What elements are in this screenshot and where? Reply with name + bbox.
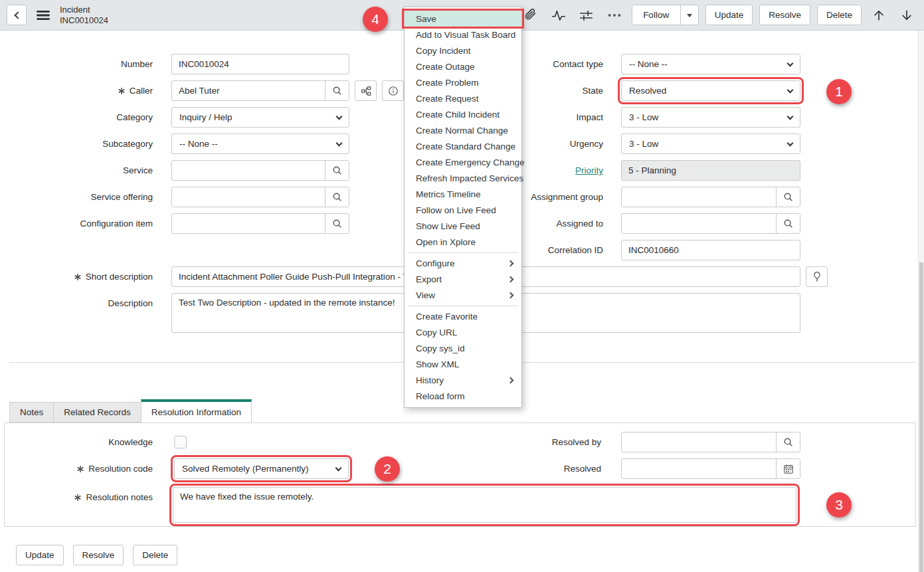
caret-down-icon: [687, 14, 692, 20]
menu-item-export[interactable]: Export: [405, 271, 521, 287]
required-icon: [118, 87, 126, 95]
menu-item-create-standard-change[interactable]: Create Standard Change: [405, 138, 521, 154]
menu-item-history[interactable]: History: [405, 372, 521, 388]
follow-dropdown-button[interactable]: [680, 5, 699, 25]
category-select[interactable]: Inquiry / Help: [171, 107, 349, 128]
menu-item-add-to-visual-task-board[interactable]: Add to Visual Task Board: [405, 27, 521, 43]
menu-item-copy-incident[interactable]: Copy Incident: [405, 43, 521, 58]
menu-item-label: Create Child Incident: [416, 110, 500, 120]
resolved-by-search-icon[interactable]: [776, 432, 800, 452]
menu-item-copy-sys-id[interactable]: Copy sys_id: [405, 340, 521, 356]
assignment-group-reference-field[interactable]: [621, 187, 800, 207]
footer-update-button[interactable]: Update: [16, 545, 64, 565]
number-input-text[interactable]: [179, 59, 342, 69]
record-number-label: INC0010024: [60, 15, 108, 26]
resolution-notes-textarea[interactable]: We have fixed the issue remotely.: [173, 487, 796, 523]
impact-select[interactable]: 3 - Low: [621, 107, 800, 128]
urgency-select[interactable]: 3 - Low: [621, 134, 800, 154]
chevron-down-icon: [336, 140, 343, 146]
scrollbar-thumb[interactable]: [919, 262, 923, 572]
priority-link[interactable]: Priority: [575, 165, 603, 175]
resolution-code-select[interactable]: Solved Remotely (Permanently): [174, 458, 349, 479]
vertical-scrollbar[interactable]: [918, 31, 924, 572]
contact-type-select[interactable]: -- None --: [621, 54, 800, 74]
resolved-by-input[interactable]: [622, 432, 776, 452]
number-label: Number: [0, 59, 153, 69]
field-row-priority: Priority 5 - Planning: [517, 160, 809, 181]
menu-item-label: Export: [416, 274, 442, 284]
update-button[interactable]: Update: [705, 5, 753, 25]
personalize-sliders-icon[interactable]: [576, 5, 597, 26]
category-label: Category: [0, 112, 153, 122]
menu-item-metrics-timeline[interactable]: Metrics Timeline: [405, 186, 521, 202]
field-row-resolved: Resolved: [517, 458, 800, 479]
tab-resolution-information[interactable]: Resolution Information: [141, 399, 252, 423]
menu-item-create-child-incident[interactable]: Create Child Incident: [405, 106, 521, 122]
field-row-resolution-code: Resolution code Solved Remotely (Permane…: [0, 458, 349, 479]
caller-hierarchy-icon[interactable]: [355, 80, 377, 101]
caller-search-icon[interactable]: [325, 81, 349, 100]
resolved-input[interactable]: [622, 459, 776, 478]
follow-button[interactable]: Follow: [632, 5, 681, 25]
assigned-to-search-icon[interactable]: [776, 214, 800, 233]
menu-item-open-in-xplore[interactable]: Open in Xplore: [405, 234, 521, 250]
arrow-down-icon[interactable]: [896, 5, 917, 26]
service-search-icon[interactable]: [325, 161, 349, 180]
knowledge-checkbox[interactable]: [174, 436, 187, 448]
service-reference-field[interactable]: [171, 160, 349, 181]
menu-item-show-live-feed[interactable]: Show Live Feed: [405, 218, 521, 234]
more-options-icon[interactable]: [604, 5, 625, 26]
delete-button[interactable]: Delete: [817, 5, 862, 25]
menu-item-create-favorite[interactable]: Create Favorite: [405, 308, 521, 324]
footer-resolve-button[interactable]: Resolve: [73, 545, 124, 565]
menu-item-create-problem[interactable]: Create Problem: [405, 74, 521, 90]
arrow-up-icon[interactable]: [868, 5, 889, 26]
service-offering-reference-field[interactable]: [171, 187, 349, 207]
menu-item-save[interactable]: Save: [405, 11, 521, 27]
back-button[interactable]: [7, 5, 27, 25]
menu-item-follow-on-live-feed[interactable]: Follow on Live Feed: [405, 202, 521, 218]
resolved-date-field[interactable]: [621, 458, 800, 479]
footer-delete-button[interactable]: Delete: [133, 545, 177, 565]
activity-pulse-icon[interactable]: [548, 5, 569, 26]
assigned-to-input[interactable]: [622, 214, 776, 233]
correlation-id-input[interactable]: [628, 245, 793, 255]
menu-item-copy-url[interactable]: Copy URL: [405, 324, 521, 340]
resolved-by-reference-field[interactable]: [621, 432, 800, 452]
assignment-group-input[interactable]: [622, 187, 776, 207]
configuration-item-reference-field[interactable]: [171, 213, 349, 234]
configuration-item-search-icon[interactable]: [325, 214, 349, 233]
service-offering-input[interactable]: [172, 187, 325, 207]
caller-input[interactable]: [172, 81, 325, 100]
assignment-group-search-icon[interactable]: [776, 187, 800, 207]
menu-item-create-outage[interactable]: Create Outage: [405, 58, 521, 74]
menu-item-reload-form[interactable]: Reload form: [405, 388, 521, 404]
menu-item-label: Create Outage: [416, 62, 475, 72]
caller-info-icon[interactable]: [382, 80, 404, 101]
menu-item-create-normal-change[interactable]: Create Normal Change: [405, 122, 521, 138]
assigned-to-reference-field[interactable]: [621, 213, 800, 234]
number-input[interactable]: [171, 54, 349, 74]
service-input[interactable]: [172, 161, 325, 180]
field-row-resolved-by: Resolved by: [517, 432, 800, 452]
menu-item-create-request[interactable]: Create Request: [405, 90, 521, 106]
resolve-button[interactable]: Resolve: [759, 5, 810, 25]
lightbulb-suggestion-icon[interactable]: [806, 266, 828, 287]
calendar-icon[interactable]: [776, 459, 800, 478]
menu-item-configure[interactable]: Configure: [405, 255, 521, 271]
state-select[interactable]: Resolved: [621, 80, 800, 101]
subcategory-select[interactable]: -- None --: [171, 134, 349, 154]
service-offering-search-icon[interactable]: [325, 187, 349, 207]
tab-notes[interactable]: Notes: [9, 402, 54, 423]
paperclip-icon[interactable]: [520, 5, 541, 26]
hamburger-menu-icon[interactable]: [33, 5, 54, 26]
menu-item-view[interactable]: View: [405, 287, 521, 303]
correlation-id-field[interactable]: [621, 240, 800, 260]
tab-related-records[interactable]: Related Records: [53, 402, 141, 423]
menu-item-show-xml[interactable]: Show XML: [405, 356, 521, 372]
menu-item-create-emergency-change[interactable]: Create Emergency Change: [405, 154, 521, 170]
configuration-item-input[interactable]: [172, 214, 325, 233]
menu-item-refresh-impacted-services[interactable]: Refresh Impacted Services: [405, 170, 521, 186]
caller-reference-field[interactable]: [171, 80, 349, 101]
context-menu: SaveAdd to Visual Task BoardCopy Inciden…: [404, 7, 522, 408]
